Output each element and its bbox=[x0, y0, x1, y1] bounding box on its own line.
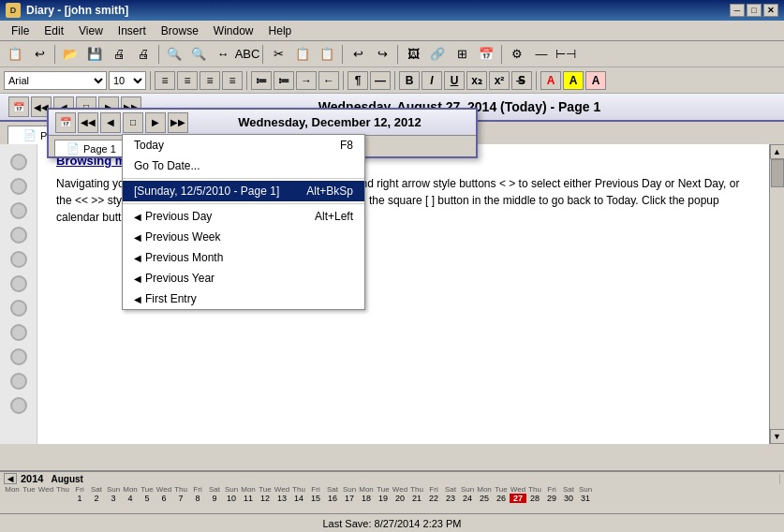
outdent-btn[interactable]: ← bbox=[318, 71, 339, 90]
cal-day-28[interactable]: 25 bbox=[476, 494, 493, 503]
num-list-btn[interactable]: ≔ bbox=[274, 71, 294, 90]
cal-day-23[interactable]: 20 bbox=[392, 494, 408, 503]
ew-next-btn[interactable]: ▶ bbox=[145, 112, 166, 133]
cal-day-5[interactable]: 2 bbox=[88, 494, 105, 503]
back-button[interactable]: ↩ bbox=[28, 44, 51, 65]
menu-prev-week[interactable]: ◀ Previous Week bbox=[123, 227, 364, 247]
bold-btn[interactable]: B bbox=[399, 71, 420, 90]
cal-day-1[interactable] bbox=[21, 494, 37, 503]
insert-link[interactable]: 🔗 bbox=[426, 44, 449, 65]
menu-browse[interactable]: Browse bbox=[154, 22, 206, 39]
paste-button[interactable]: 📋 bbox=[316, 44, 338, 65]
menu-window[interactable]: Window bbox=[206, 22, 261, 39]
save-button[interactable]: 💾 bbox=[83, 44, 106, 65]
cal-day-17[interactable]: 14 bbox=[290, 494, 307, 503]
cal-day-31[interactable]: 28 bbox=[526, 494, 543, 503]
menu-prev-day[interactable]: ◀ Previous Day Alt+Left bbox=[123, 206, 364, 227]
menu-first-entry[interactable]: ◀ First Entry bbox=[123, 288, 364, 309]
align-center-btn[interactable]: ≡ bbox=[177, 71, 198, 90]
print-button[interactable]: 🖨 bbox=[132, 44, 155, 65]
ew-last-btn[interactable]: ▶▶ bbox=[168, 112, 188, 133]
cal-day-27[interactable]: 24 bbox=[459, 494, 476, 503]
ew-prev-btn[interactable]: ◀ bbox=[100, 112, 121, 133]
close-button[interactable]: ✕ bbox=[763, 4, 778, 17]
fit-button[interactable]: ⊢⊣ bbox=[555, 44, 577, 65]
open-button[interactable]: 📂 bbox=[59, 44, 81, 65]
cut-button[interactable]: ✂ bbox=[267, 44, 289, 65]
minimize-button[interactable]: ─ bbox=[730, 4, 745, 17]
menu-insert[interactable]: Insert bbox=[111, 22, 154, 39]
print-preview[interactable]: 🖨 bbox=[108, 44, 130, 65]
maximize-button[interactable]: □ bbox=[747, 4, 762, 17]
cal-day-34[interactable]: 31 bbox=[577, 494, 594, 503]
font-color-btn[interactable]: A bbox=[540, 71, 561, 90]
insert-table[interactable]: ⊞ bbox=[451, 44, 473, 65]
cal-day-13[interactable]: 10 bbox=[223, 494, 240, 503]
cal-day-14[interactable]: 11 bbox=[240, 494, 257, 503]
menu-file[interactable]: File bbox=[4, 22, 37, 39]
calendar-popup[interactable]: 📅 bbox=[475, 44, 497, 65]
cal-day-25[interactable]: 22 bbox=[425, 494, 442, 503]
line-btn[interactable]: — bbox=[370, 71, 391, 90]
ew-calendar-btn[interactable]: 📅 bbox=[55, 112, 76, 133]
redo-button[interactable]: ↪ bbox=[371, 44, 393, 65]
strikethrough-btn[interactable]: S̶ bbox=[511, 71, 532, 90]
menu-goto-date[interactable]: Go To Date... bbox=[123, 155, 364, 176]
font-select[interactable]: Arial bbox=[4, 71, 107, 90]
cal-day-21[interactable]: 18 bbox=[358, 494, 375, 503]
subscript-btn[interactable]: x₂ bbox=[466, 71, 487, 90]
superscript-btn[interactable]: x² bbox=[489, 71, 510, 90]
cal-prev-btn[interactable]: ◀ bbox=[4, 473, 17, 484]
highlight-btn[interactable]: A bbox=[563, 71, 584, 90]
menu-prev-year[interactable]: ◀ Previous Year bbox=[123, 268, 364, 288]
cal-day-15[interactable]: 12 bbox=[257, 494, 274, 503]
menu-edit[interactable]: Edit bbox=[37, 22, 71, 39]
cal-day-7[interactable]: 4 bbox=[122, 494, 139, 503]
ew-page1-tab[interactable]: 📄 Page 1 bbox=[54, 140, 128, 156]
undo-button[interactable]: ↩ bbox=[347, 44, 369, 65]
calendar-btn[interactable]: 📅 bbox=[8, 96, 29, 117]
cal-day-30[interactable]: 27 bbox=[510, 494, 526, 503]
align-justify-btn[interactable]: ≡ bbox=[222, 71, 243, 90]
find-next[interactable]: 🔍 bbox=[187, 44, 210, 65]
options-button[interactable]: ⚙ bbox=[506, 44, 528, 65]
find-button[interactable]: 🔍 bbox=[163, 44, 185, 65]
cal-day-2[interactable] bbox=[37, 494, 54, 503]
cal-day-26[interactable]: 23 bbox=[442, 494, 459, 503]
cal-day-19[interactable]: 16 bbox=[324, 494, 341, 503]
cal-day-29[interactable]: 26 bbox=[493, 494, 510, 503]
indent-btn[interactable]: → bbox=[296, 71, 317, 90]
size-select[interactable]: 10 bbox=[109, 71, 146, 90]
cal-day-18[interactable]: 15 bbox=[307, 494, 324, 503]
cal-day-6[interactable]: 3 bbox=[105, 494, 122, 503]
cal-day-16[interactable]: 13 bbox=[274, 494, 290, 503]
replace-button[interactable]: ↔ bbox=[212, 44, 234, 65]
menu-recent-entry[interactable]: [Sunday, 12/5/2010 - Page 1] Alt+BkSp bbox=[123, 181, 364, 201]
scroll-thumb[interactable] bbox=[771, 159, 784, 187]
menu-help[interactable]: Help bbox=[261, 22, 300, 39]
new-button[interactable]: 📋 bbox=[4, 44, 26, 65]
cal-day-11[interactable]: 8 bbox=[189, 494, 206, 503]
scrollbar-vertical[interactable]: ▲ ▼ bbox=[769, 144, 784, 444]
para-btn[interactable]: ¶ bbox=[348, 71, 368, 90]
cal-day-22[interactable]: 19 bbox=[375, 494, 392, 503]
cal-day-10[interactable]: 7 bbox=[172, 494, 189, 503]
cal-day-20[interactable]: 17 bbox=[341, 494, 358, 503]
insert-image[interactable]: 🖼 bbox=[402, 44, 424, 65]
ew-today-btn[interactable]: □ bbox=[123, 112, 143, 133]
bg-color-btn[interactable]: A bbox=[585, 71, 606, 90]
cal-day-3[interactable] bbox=[54, 494, 71, 503]
cal-day-0[interactable] bbox=[4, 494, 21, 503]
ew-first-btn[interactable]: ◀◀ bbox=[78, 112, 98, 133]
underline-btn[interactable]: U bbox=[444, 71, 465, 90]
cal-day-9[interactable]: 6 bbox=[155, 494, 172, 503]
menu-view[interactable]: View bbox=[71, 22, 111, 39]
spell-check[interactable]: ABC bbox=[236, 44, 259, 65]
help-button[interactable]: — bbox=[530, 44, 553, 65]
align-right-btn[interactable]: ≡ bbox=[200, 71, 220, 90]
cal-day-4[interactable]: 1 bbox=[71, 494, 88, 503]
cal-day-12[interactable]: 9 bbox=[206, 494, 223, 503]
scroll-up-btn[interactable]: ▲ bbox=[770, 144, 785, 159]
cal-day-32[interactable]: 29 bbox=[543, 494, 560, 503]
italic-btn[interactable]: I bbox=[422, 71, 442, 90]
